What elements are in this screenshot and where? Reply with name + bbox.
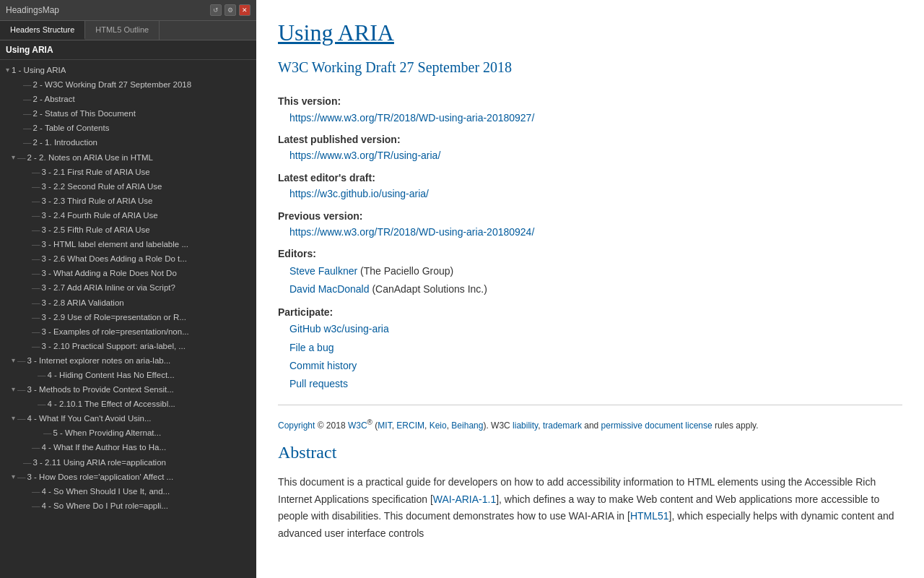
- divider: [278, 405, 902, 405]
- file-bug-link[interactable]: File a bug: [289, 339, 902, 357]
- dash: —: [32, 267, 40, 279]
- tree-item[interactable]: —2 - 1. Introduction: [0, 135, 256, 150]
- editor-1: Steve Faulkner (The Paciello Group): [289, 262, 902, 280]
- tree-item[interactable]: —4 - 2.10.1 The Effect of Accessibl...: [0, 397, 256, 411]
- sidebar-titlebar: HeadingsMap ↺ ⚙ ✕: [0, 0, 256, 21]
- trademark-link[interactable]: trademark: [543, 420, 582, 431]
- tree-item-label: 3 - 2.4 Fourth Rule of ARIA Use: [42, 210, 158, 221]
- this-version-section: This version: https://www.w3.org/TR/2018…: [278, 93, 902, 126]
- tree-item[interactable]: —4 - So When Should I Use It, and...: [0, 484, 256, 499]
- tree-item[interactable]: ▾—3 - How Does role='application' Affect…: [0, 470, 256, 484]
- commit-history-link[interactable]: Commit history: [289, 357, 902, 375]
- tree-item[interactable]: —4 - What If the Author Has to Ha...: [0, 440, 256, 454]
- ercim-link[interactable]: ERCIM: [396, 420, 424, 431]
- editor-1-link[interactable]: Steve Faulkner: [289, 265, 357, 277]
- titlebar-controls: ↺ ⚙ ✕: [210, 4, 250, 16]
- tree-item[interactable]: —4 - So Where Do I Put role=appli...: [0, 499, 256, 513]
- github-link[interactable]: GitHub w3c/using-aria: [289, 320, 902, 338]
- tab-html5-outline[interactable]: HTML5 Outline: [85, 21, 160, 40]
- tree-item[interactable]: —3 - 2.4 Fourth Rule of ARIA Use: [0, 208, 256, 223]
- tree-item[interactable]: —3 - Examples of role=presentation/non..…: [0, 324, 256, 339]
- liability-link[interactable]: liability: [513, 420, 538, 431]
- tree-item-label: 3 - Methods to Provide Context Sensit...: [27, 384, 174, 395]
- tree-item-label: 4 - So Where Do I Put role=appli...: [42, 500, 168, 512]
- tree-item[interactable]: —2 - Table of Contents: [0, 121, 256, 135]
- beihang-link[interactable]: Beihang: [451, 420, 483, 431]
- tree-item-label: 4 - So When Should I Use It, and...: [42, 486, 170, 497]
- dash: —: [32, 340, 40, 352]
- tree-item[interactable]: —3 - 2.3 Third Rule of ARIA Use: [0, 194, 256, 208]
- dash: —: [32, 326, 40, 337]
- mit-link[interactable]: MIT: [378, 420, 391, 431]
- latest-version-link[interactable]: https://www.w3.org/TR/using-aria/: [289, 147, 902, 163]
- refresh-button[interactable]: ↺: [210, 4, 222, 16]
- tree-item-label: 3 - 2.11 Using ARIA role=application: [33, 457, 166, 468]
- tree-item[interactable]: —3 - 2.11 Using ARIA role=application: [0, 455, 256, 470]
- html51-link[interactable]: HTML51: [630, 510, 669, 522]
- close-button[interactable]: ✕: [239, 4, 250, 16]
- copyright-link[interactable]: Copyright: [278, 420, 315, 431]
- tree-item[interactable]: —3 - 2.2 Second Rule of ARIA Use: [0, 179, 256, 194]
- tree-item[interactable]: —2 - Abstract: [0, 92, 256, 106]
- prev-version-section: Previous version: https://www.w3.org/TR/…: [278, 208, 902, 241]
- tree-item-label: 3 - 2.2 Second Rule of ARIA Use: [42, 181, 162, 192]
- tree-item-label: 1 - Using ARIA: [12, 64, 66, 76]
- dash: —: [17, 413, 26, 424]
- tree-item-label: 3 - HTML label element and labelable ...: [42, 238, 189, 250]
- abstract-text: This document is a practical guide for d…: [278, 474, 902, 543]
- latest-draft-label: Latest editor's draft:: [278, 170, 902, 186]
- toggle-icon: ▾: [9, 152, 17, 163]
- tree-item[interactable]: —5 - When Providing Alternat...: [0, 426, 256, 440]
- abstract-title: Abstract: [278, 439, 902, 466]
- w3c-link[interactable]: W3C: [348, 420, 367, 431]
- tree-item[interactable]: ▾—4 - What If You Can't Avoid Usin...: [0, 411, 256, 426]
- dash: —: [32, 166, 40, 178]
- tree-item[interactable]: ▾—2 - 2. Notes on ARIA Use in HTML: [0, 150, 256, 165]
- dash: —: [17, 355, 26, 366]
- prev-version-link[interactable]: https://www.w3.org/TR/2018/WD-using-aria…: [289, 224, 902, 240]
- tree-item[interactable]: —3 - HTML label element and labelable ..…: [0, 237, 256, 251]
- tree-item-label: 4 - What If the Author Has to Ha...: [42, 441, 167, 453]
- latest-version-section: Latest published version: https://www.w3…: [278, 131, 902, 164]
- wai-aria-link[interactable]: WAI-ARIA-1.1: [433, 493, 496, 505]
- dash: —: [32, 486, 40, 497]
- pull-requests-link[interactable]: Pull requests: [289, 375, 902, 393]
- tree-item-label: 2 - Table of Contents: [33, 122, 110, 134]
- tree-item-label: 3 - 2.10 Practical Support: aria-label, …: [42, 340, 186, 352]
- settings-button[interactable]: ⚙: [225, 4, 236, 16]
- tree-item[interactable]: —3 - 2.7 Add ARIA Inline or via Script?: [0, 280, 256, 295]
- tree-item-label: 3 - Examples of role=presentation/non...: [42, 326, 189, 337]
- tree-item[interactable]: ▾—3 - Internet explorer notes on aria-la…: [0, 353, 256, 368]
- dash: —: [23, 93, 32, 105]
- dash: —: [32, 311, 40, 323]
- main-subtitle: W3C Working Draft 27 September 2018: [278, 56, 902, 79]
- tree-item[interactable]: —3 - 2.1 First Rule of ARIA Use: [0, 165, 256, 179]
- license-link[interactable]: permissive document license: [601, 420, 712, 431]
- dash: —: [32, 238, 40, 250]
- tree-item-label: 2 - 2. Notes on ARIA Use in HTML: [27, 152, 154, 163]
- tree-item[interactable]: ▾1 - Using ARIA: [0, 63, 256, 77]
- tree-item[interactable]: —3 - What Adding a Role Does Not Do: [0, 266, 256, 280]
- dash: —: [43, 427, 52, 439]
- tree-item[interactable]: —3 - 2.6 What Does Adding a Role Do t...: [0, 251, 256, 266]
- tab-headers-structure[interactable]: Headers Structure: [0, 21, 85, 40]
- editor-2-link[interactable]: David MacDonald: [289, 283, 370, 295]
- tree-item[interactable]: ▾—3 - Methods to Provide Context Sensit.…: [0, 382, 256, 397]
- tree-item-label: 3 - 2.6 What Does Adding a Role Do t...: [42, 253, 187, 264]
- tree-item[interactable]: —3 - 2.8 ARIA Validation: [0, 296, 256, 310]
- dash: —: [17, 471, 26, 483]
- dash: —: [32, 181, 40, 192]
- dash: —: [32, 253, 40, 264]
- toggle-icon: ▾: [9, 384, 17, 394]
- keio-link[interactable]: Keio: [430, 420, 447, 431]
- tree-item[interactable]: —3 - 2.9 Use of Role=presentation or R..…: [0, 310, 256, 324]
- latest-draft-link[interactable]: https://w3c.github.io/using-aria/: [289, 186, 902, 202]
- tree-item[interactable]: —2 - W3C Working Draft 27 September 2018: [0, 77, 256, 92]
- tree-item[interactable]: —3 - 2.5 Fifth Rule of ARIA Use: [0, 223, 256, 237]
- tree-item[interactable]: —3 - 2.10 Practical Support: aria-label,…: [0, 339, 256, 353]
- tree-item[interactable]: —2 - Status of This Document: [0, 106, 256, 121]
- sidebar: HeadingsMap ↺ ⚙ ✕ Headers Structure HTML…: [0, 0, 256, 578]
- this-version-link[interactable]: https://www.w3.org/TR/2018/WD-using-aria…: [289, 110, 902, 126]
- dash: —: [38, 369, 46, 381]
- tree-item[interactable]: —4 - Hiding Content Has No Effect...: [0, 368, 256, 382]
